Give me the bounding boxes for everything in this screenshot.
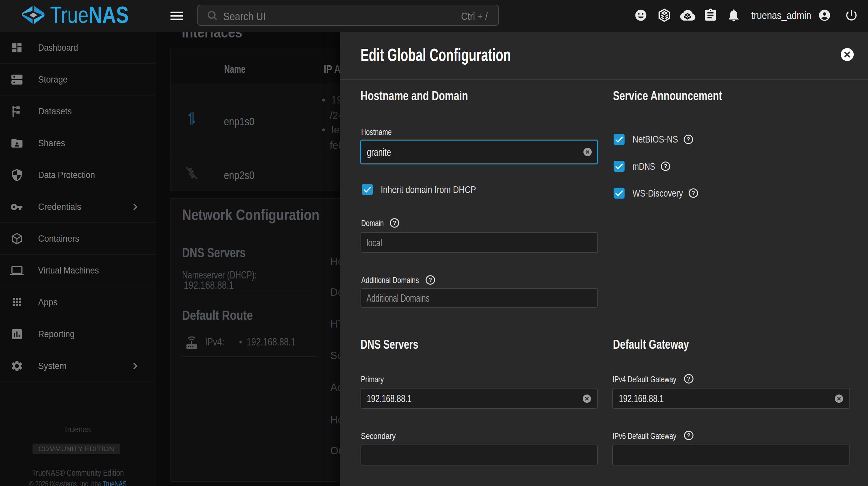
svg-text:?: ? xyxy=(429,277,432,283)
svg-text:?: ? xyxy=(687,432,690,439)
svg-text:?: ? xyxy=(664,163,667,169)
svg-text:?: ? xyxy=(687,136,690,142)
svg-text:?: ? xyxy=(687,376,690,382)
svg-text:?: ? xyxy=(393,220,396,226)
svg-text:?: ? xyxy=(691,190,695,196)
